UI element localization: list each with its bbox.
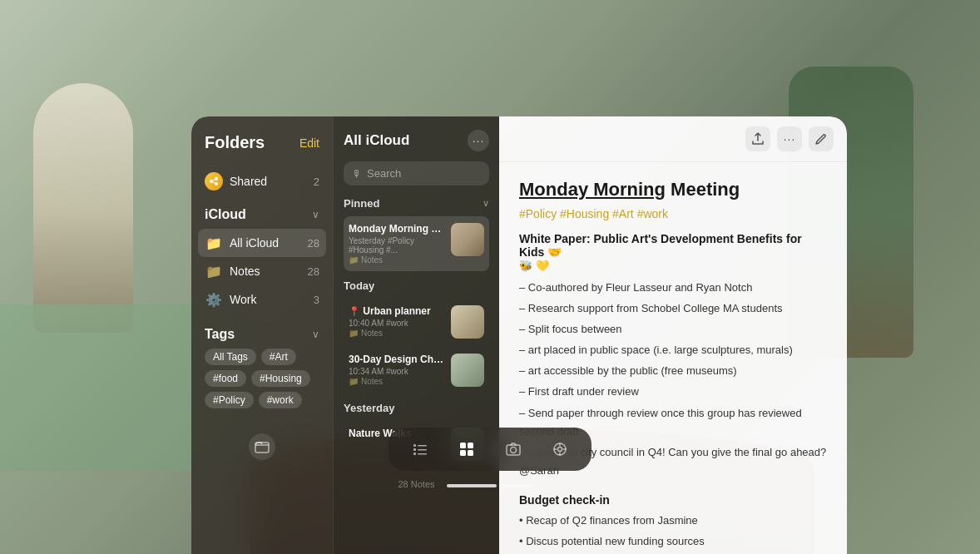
compose-button[interactable] — [809, 126, 834, 151]
folder-item-all-icloud[interactable]: 📁 All iCloud 28 — [198, 229, 326, 257]
shared-label: Shared — [230, 175, 267, 188]
svg-rect-12 — [460, 443, 466, 448]
folders-panel: Folders Edit Shared 2 i — [191, 116, 333, 554]
note-title: Monday Morning Meeting — [519, 179, 827, 200]
note-budget-body: • Recap of Q2 finances from Jasmine • Di… — [519, 512, 827, 554]
30-day-design-thumb — [451, 354, 484, 387]
folders-bottom — [205, 425, 319, 460]
icloud-chevron-icon: ∨ — [312, 209, 319, 220]
30-day-design-meta: 10:34 AM #work — [349, 367, 444, 376]
pinned-section-header: Pinned ∨ — [344, 197, 489, 210]
tag-art[interactable]: #Art — [261, 349, 296, 365]
notes-count-label: 28 Notes — [398, 479, 434, 489]
svg-rect-11 — [418, 453, 427, 455]
search-icon: 🎙 — [352, 168, 362, 180]
monday-meeting-title: Monday Morning Meeting — [349, 223, 444, 235]
toolbar-grid-button[interactable] — [452, 434, 482, 464]
note-item-urban-planner[interactable]: 📍 Urban planner 10:40 AM #work 📁 Notes — [344, 299, 489, 345]
toolbar-list-button[interactable] — [405, 434, 435, 464]
tag-all-tags[interactable]: All Tags — [205, 349, 256, 365]
notes-list-header: All iCloud ··· — [344, 130, 489, 151]
shared-icon — [205, 172, 223, 190]
yesterday-title: Yesterday — [344, 402, 394, 414]
tags-chevron-icon: ∨ — [312, 329, 319, 340]
folders-title: Folders — [205, 133, 265, 152]
all-icloud-label: All iCloud — [230, 236, 279, 250]
folder-item-notes[interactable]: 📁 Notes 28 — [205, 257, 319, 285]
tag-policy[interactable]: #Policy — [205, 392, 254, 408]
svg-point-17 — [511, 448, 517, 453]
folder-icon-small-3: 📁 — [349, 377, 359, 386]
toolbar-location-button[interactable] — [545, 434, 575, 464]
work-label: Work — [230, 293, 256, 306]
pinned-chevron-icon: ∨ — [483, 198, 489, 209]
svg-rect-14 — [460, 450, 466, 456]
main-ui-container: Folders Edit Shared 2 i — [191, 116, 847, 554]
all-icloud-count: 28 — [308, 237, 319, 250]
note-detail-content: Monday Morning Meeting #Policy #Housing … — [499, 162, 847, 554]
monday-meeting-folder: 📁 Notes — [349, 255, 444, 265]
folder-item-work[interactable]: ⚙️ Work 3 — [205, 285, 319, 314]
toolbar-camera-button[interactable] — [498, 434, 528, 464]
tag-work[interactable]: #work — [259, 392, 302, 408]
folders-header: Folders Edit — [205, 133, 319, 152]
svg-rect-7 — [418, 445, 427, 447]
share-button[interactable] — [745, 126, 770, 151]
urban-planner-title: 📍 Urban planner — [349, 305, 444, 317]
urban-planner-folder: 📁 Notes — [349, 329, 444, 338]
svg-point-19 — [558, 448, 562, 452]
svg-rect-6 — [413, 444, 416, 447]
svg-rect-9 — [418, 449, 427, 451]
note-detail-header: ··· — [499, 116, 847, 162]
notes-more-button[interactable]: ··· — [468, 130, 489, 151]
detail-more-button[interactable]: ··· — [777, 126, 802, 151]
svg-rect-10 — [413, 453, 416, 455]
note-item-30-day-design[interactable]: 30-Day Design Challenge 10:34 AM #work 📁… — [344, 347, 489, 393]
bg-lamp — [33, 83, 133, 333]
today-title: Today — [344, 279, 374, 292]
note-tags: #Policy #Housing #Art #work — [519, 207, 827, 220]
folder-icon-small: 📁 — [349, 255, 359, 265]
tags-section-header: Tags ∨ — [205, 327, 319, 342]
svg-rect-13 — [468, 443, 473, 448]
svg-rect-8 — [413, 448, 416, 451]
edit-button[interactable]: Edit — [299, 136, 319, 150]
tag-food[interactable]: #food — [205, 370, 246, 387]
icloud-section-title: iCloud — [205, 207, 246, 222]
notes-footer: 28 Notes — [344, 476, 489, 491]
svg-rect-15 — [468, 450, 473, 456]
scroll-indicator — [447, 484, 533, 487]
folder-icon-small-2: 📁 — [349, 329, 359, 338]
search-bar[interactable]: 🎙 Search — [344, 161, 489, 185]
icloud-section-header: iCloud ∨ — [205, 207, 319, 222]
note-detail-panel: ··· Monday Morning Meeting #Policy #Hous… — [499, 116, 847, 554]
all-icloud-icon: 📁 — [205, 234, 223, 252]
30-day-design-title: 30-Day Design Challenge — [349, 354, 444, 365]
tags-section: Tags ∨ All Tags #Art #food #Housing #Pol… — [205, 327, 319, 408]
pinned-section: Pinned ∨ Monday Morning Meeting Yesterda… — [344, 197, 489, 271]
work-count: 3 — [314, 294, 319, 306]
yesterday-section-header: Yesterday — [344, 402, 489, 414]
notes-label: Notes — [230, 265, 260, 278]
notes-list-title: All iCloud — [344, 132, 409, 149]
shared-count: 2 — [314, 176, 319, 188]
monday-meeting-thumb — [451, 223, 484, 256]
note-item-monday-meeting[interactable]: Monday Morning Meeting Yesterday #Policy… — [344, 216, 489, 271]
notes-list-panel: All iCloud ··· 🎙 Search Pinned ∨ Monday … — [333, 116, 499, 554]
bottom-toolbar — [389, 428, 591, 471]
monday-meeting-meta: Yesterday #Policy #Housing #... — [349, 236, 444, 255]
urban-planner-meta: 10:40 AM #work — [349, 319, 444, 328]
folder-item-shared[interactable]: Shared 2 — [205, 167, 319, 195]
tags-section-title: Tags — [205, 327, 235, 342]
scroll-dot-1 — [447, 484, 497, 487]
tag-housing[interactable]: #Housing — [251, 370, 310, 387]
work-icon: ⚙️ — [205, 290, 223, 309]
tags-grid: All Tags #Art #food #Housing #Policy #wo… — [205, 349, 319, 408]
new-folder-button[interactable] — [249, 433, 275, 460]
pinned-title: Pinned — [344, 197, 379, 210]
urban-planner-thumb — [451, 305, 484, 339]
today-section: Today 📍 Urban planner 10:40 AM #work 📁 N… — [344, 279, 489, 393]
urban-planner-pin-icon: 📍 — [349, 306, 360, 316]
notes-icon: 📁 — [205, 262, 223, 280]
note-section-title: White Paper: Public Art's Development Be… — [519, 232, 827, 272]
